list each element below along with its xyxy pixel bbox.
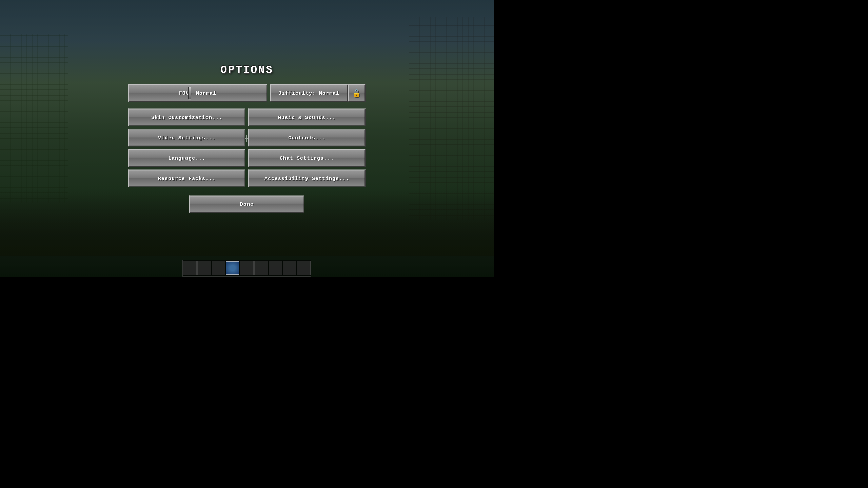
chat-settings-button[interactable]: Chat Settings...: [248, 149, 366, 167]
settings-grid: Skin Customization... Music & Sounds... …: [128, 109, 366, 187]
video-settings-button[interactable]: Video Settings...: [128, 129, 245, 147]
fov-label: FOV: Normal: [179, 90, 216, 96]
done-label: Done: [240, 201, 254, 207]
hotbar-slot-8: [283, 261, 296, 275]
fov-slider-thumb: [188, 87, 191, 99]
done-button[interactable]: Done: [189, 196, 304, 213]
hotbar-slot-2: [197, 261, 211, 275]
resource-packs-label: Resource Packs...: [158, 176, 216, 181]
hotbar-slot-4-globe: [226, 261, 239, 275]
top-row: FOV: Normal Difficulty: Normal 🔓: [128, 84, 366, 102]
difficulty-wrapper: Difficulty: Normal 🔓: [270, 84, 366, 102]
accessibility-settings-label: Accessibility Settings...: [264, 176, 349, 181]
hotbar-slot-6: [254, 261, 268, 275]
language-button[interactable]: Language...: [128, 149, 245, 167]
hotbar: [182, 260, 311, 277]
music-sounds-button[interactable]: Music & Sounds...: [248, 109, 366, 126]
resource-packs-button[interactable]: Resource Packs...: [128, 170, 245, 187]
hotbar-slot-9: [297, 261, 311, 275]
language-label: Language...: [168, 155, 205, 161]
skin-customization-label: Skin Customization...: [151, 115, 222, 120]
lock-button[interactable]: 🔓: [348, 84, 366, 102]
chat-settings-label: Chat Settings...: [280, 155, 334, 161]
fov-button[interactable]: FOV: Normal: [128, 84, 267, 102]
skin-customization-button[interactable]: Skin Customization...: [128, 109, 245, 126]
music-sounds-label: Music & Sounds...: [278, 115, 336, 120]
video-settings-label: Video Settings...: [158, 135, 216, 141]
hotbar-slot-3: [212, 261, 225, 275]
options-menu: Options FOV: Normal Difficulty: Normal 🔓…: [128, 64, 366, 213]
lock-icon: 🔓: [352, 89, 361, 97]
page-title: Options: [220, 64, 273, 76]
difficulty-button[interactable]: Difficulty: Normal: [270, 84, 348, 102]
accessibility-settings-button[interactable]: Accessibility Settings...: [248, 170, 366, 187]
hotbar-slot-1: [183, 261, 197, 275]
controls-label: Controls...: [288, 135, 326, 141]
hotbar-slot-5: [240, 261, 254, 275]
difficulty-label: Difficulty: Normal: [278, 90, 339, 96]
controls-button[interactable]: Controls...: [248, 129, 366, 147]
hotbar-slot-7: [269, 261, 282, 275]
